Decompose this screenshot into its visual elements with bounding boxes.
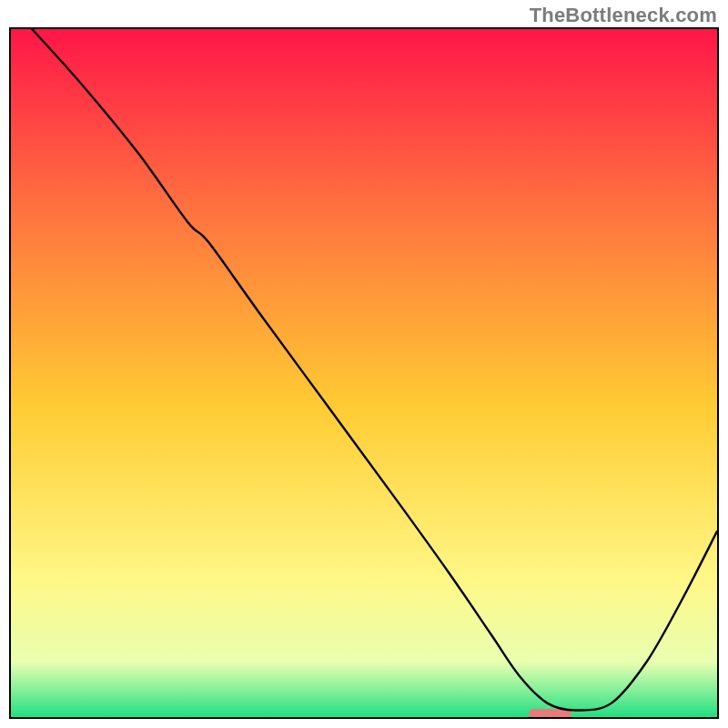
watermark-text: TheBottleneck.com — [530, 4, 717, 27]
chart-frame — [9, 27, 719, 719]
bottleneck-curve — [11, 29, 717, 717]
